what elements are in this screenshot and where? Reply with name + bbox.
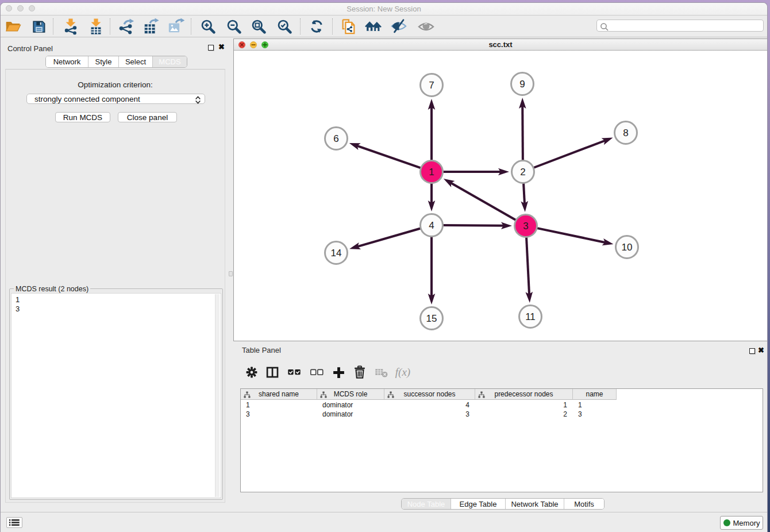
- tab-motifs[interactable]: Motifs: [564, 499, 604, 509]
- criterion-select[interactable]: strongly connected component: [26, 94, 205, 104]
- edge-2-9[interactable]: [522, 106, 523, 161]
- tab-style[interactable]: Style: [88, 56, 118, 67]
- delete-table-icon: [374, 365, 389, 380]
- edge-4-14[interactable]: [357, 228, 421, 246]
- home-view-button[interactable]: [364, 17, 383, 36]
- table-cell[interactable]: dominator: [317, 410, 384, 419]
- table-settings-button[interactable]: [242, 363, 261, 381]
- clone-network-button[interactable]: [339, 17, 357, 36]
- edge-4-3[interactable]: [442, 225, 504, 226]
- mcds-panel: Optimization criterion: strongly connect…: [5, 69, 225, 503]
- close-panel-button[interactable]: Close panel: [118, 112, 177, 122]
- zoom-fit-icon: [251, 18, 267, 35]
- table-cell[interactable]: 4: [384, 400, 475, 410]
- select-all-button[interactable]: [284, 363, 304, 381]
- graph-node-label: 8: [623, 128, 628, 138]
- import-network-icon: [62, 18, 79, 35]
- tab-mcds[interactable]: MCDS: [152, 56, 187, 67]
- status-bar: Memory: [1, 512, 767, 532]
- import-network-button[interactable]: [61, 17, 80, 36]
- table-cell[interactable]: 1: [573, 400, 617, 410]
- criterion-select-value: strongly connected component: [34, 95, 140, 103]
- export-image-button[interactable]: [167, 17, 185, 36]
- tab-select[interactable]: Select: [118, 56, 152, 67]
- tab-node-table[interactable]: Node Table: [402, 499, 451, 509]
- import-table-button[interactable]: [87, 17, 105, 36]
- edge-2-3[interactable]: [523, 183, 525, 204]
- table-cell[interactable]: 2: [475, 410, 573, 419]
- column-header-name[interactable]: name: [573, 389, 617, 400]
- export-network-button[interactable]: [117, 17, 136, 36]
- show-hide-panel-button[interactable]: [417, 17, 435, 36]
- edge-2-8[interactable]: [533, 140, 606, 168]
- export-image-icon: [167, 18, 184, 35]
- column-header-successor-nodes[interactable]: successor nodes: [384, 389, 475, 400]
- add-column-button[interactable]: [329, 363, 348, 381]
- column-header-shared-name[interactable]: shared name: [241, 389, 317, 400]
- tab-edge-table[interactable]: Edge Table: [451, 499, 505, 509]
- column-header-label: shared name: [241, 389, 317, 399]
- tab-network[interactable]: Network: [46, 56, 88, 67]
- zoom-selected-button[interactable]: [275, 17, 294, 36]
- list-icon: [9, 519, 20, 526]
- zoom-out-icon: [226, 18, 242, 35]
- table-panel-float-icon[interactable]: [749, 348, 755, 354]
- columns-icon: [265, 365, 280, 380]
- graph-node-label: 9: [519, 79, 525, 90]
- graph-node-label: 2: [520, 167, 525, 178]
- memory-button[interactable]: Memory: [720, 516, 763, 530]
- edge-1-6[interactable]: [357, 146, 421, 168]
- trash-icon: [352, 365, 367, 380]
- edge-3-10[interactable]: [537, 228, 606, 242]
- column-header-label: predecessor nodes: [475, 389, 572, 399]
- edge-3-1[interactable]: [451, 183, 517, 221]
- result-scrollbar[interactable]: [215, 294, 220, 497]
- task-history-button[interactable]: [6, 517, 22, 528]
- network-window: scc.txt 7968124314101511: [233, 38, 768, 341]
- column-header-MCDS-role[interactable]: MCDS role: [317, 389, 384, 400]
- vertical-splitter-grip[interactable]: [229, 271, 233, 276]
- zoom-in-button[interactable]: [199, 17, 217, 36]
- refresh-icon: [309, 18, 325, 34]
- control-panel-float-icon[interactable]: [208, 45, 214, 51]
- open-file-button[interactable]: [4, 17, 22, 36]
- export-table-button[interactable]: [142, 17, 160, 36]
- table-cell[interactable]: 3: [384, 410, 475, 419]
- run-mcds-button[interactable]: Run MCDS: [55, 112, 110, 122]
- search-input[interactable]: [611, 20, 761, 31]
- column-header-predecessor-nodes[interactable]: predecessor nodes: [475, 389, 573, 400]
- toggle-graphics-details-button[interactable]: [390, 17, 408, 36]
- node-table: shared nameMCDS rolesuccessor nodesprede…: [240, 388, 763, 492]
- table-panel-close-icon[interactable]: ✖: [758, 348, 764, 353]
- deselect-all-button[interactable]: [307, 363, 326, 381]
- zoom-selected-icon: [276, 18, 293, 35]
- search-box: [596, 20, 764, 32]
- delete-table-button[interactable]: [372, 363, 391, 381]
- zoom-out-button[interactable]: [225, 17, 243, 36]
- network-window-titlebar: scc.txt: [234, 39, 767, 51]
- toolbar-separator: [110, 18, 110, 34]
- table-cell[interactable]: dominator: [317, 400, 384, 410]
- edge-3-11[interactable]: [526, 237, 529, 295]
- table-cell[interactable]: 1: [241, 400, 317, 410]
- plus-icon: [332, 365, 346, 380]
- save-session-button[interactable]: [29, 17, 48, 36]
- split-columns-button[interactable]: [263, 363, 282, 381]
- table-panel-title: Table Panel: [242, 346, 281, 354]
- delete-column-button[interactable]: [350, 363, 369, 381]
- zoom-fit-button[interactable]: [249, 17, 268, 36]
- table-cell[interactable]: 3: [241, 410, 317, 419]
- mcds-result-title: MCDS result (2 nodes): [14, 285, 90, 293]
- tab-network-table[interactable]: Network Table: [505, 499, 564, 509]
- graph-node-label: 6: [333, 133, 338, 144]
- apply-layout-button[interactable]: [307, 17, 326, 36]
- function-builder-button[interactable]: f(x): [393, 363, 413, 381]
- select-arrows-icon: [195, 96, 201, 104]
- search-icon: [600, 22, 609, 32]
- table-cell[interactable]: 1: [475, 400, 573, 410]
- table-cell[interactable]: 3: [573, 410, 617, 419]
- control-panel-close-icon[interactable]: ✖: [218, 44, 225, 50]
- network-canvas[interactable]: 7968124314101511: [234, 51, 767, 341]
- mcds-result-box[interactable]: 1 3: [11, 293, 221, 498]
- save-icon: [31, 19, 47, 34]
